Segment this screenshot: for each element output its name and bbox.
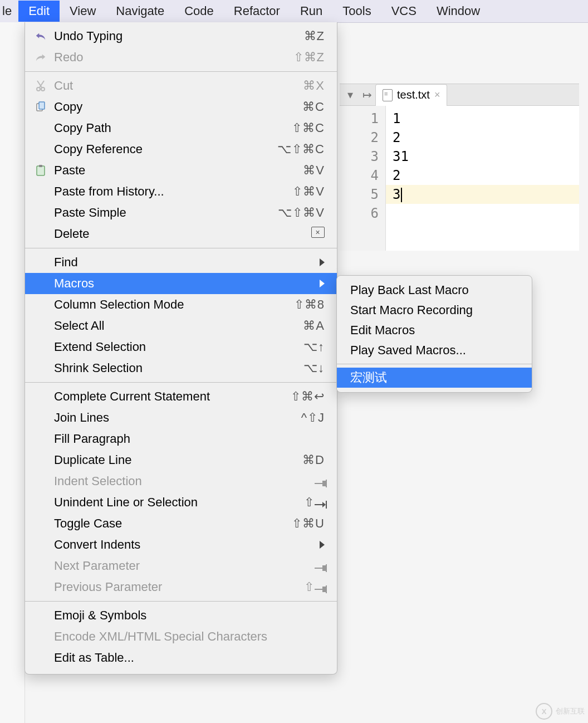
code-line[interactable]: 2 (393, 128, 579, 147)
submenu-item-1[interactable]: Start Macro Recording (337, 300, 532, 320)
menu-item-emoji-symbols[interactable]: Emoji & Symbols (25, 605, 337, 626)
menubar-item-refactor[interactable]: Refactor (224, 1, 290, 22)
editor-body[interactable]: 123456 123123 (340, 106, 579, 251)
code-line[interactable]: 1 (393, 109, 579, 128)
menu-item-paste[interactable]: Paste⌘V (25, 160, 337, 181)
menu-item-label: Copy Path (54, 121, 269, 135)
menu-item-encode-xml-html-special-characters: Encode XML/HTML Special Characters (25, 626, 337, 647)
menu-item-unindent-line-or-selection[interactable]: Unindent Line or Selection⇧ (25, 492, 337, 513)
menu-item-paste-simple[interactable]: Paste Simple⌥⇧⌘V (25, 202, 337, 223)
submenu-item-label: 宏测试 (350, 369, 387, 386)
menu-item-shortcut: ⇧⌘Z (269, 50, 325, 65)
menu-item-complete-current-statement[interactable]: Complete Current Statement⇧⌘↩ (25, 386, 337, 407)
menu-item-label: Undo Typing (54, 29, 269, 43)
undo-icon (33, 31, 48, 41)
submenu-item-label: Start Macro Recording (350, 303, 473, 317)
menubar-item-tools[interactable]: Tools (332, 1, 381, 22)
submenu-item-3[interactable]: Play Saved Macros... (337, 340, 532, 360)
menu-item-fill-paragraph[interactable]: Fill Paragraph (25, 428, 337, 450)
file-icon (383, 89, 393, 101)
menu-item-shortcut: ⌘X (269, 79, 325, 93)
menu-item-find[interactable]: Find (25, 252, 337, 273)
menu-separator (25, 71, 337, 72)
code-line[interactable]: 3 (386, 185, 579, 204)
menu-item-select-all[interactable]: Select All⌘A (25, 315, 337, 336)
editor-code-column[interactable]: 123123 (386, 106, 579, 251)
code-line[interactable] (393, 204, 579, 223)
menu-item-label: Convert Indents (54, 538, 315, 552)
menu-item-shrink-selection[interactable]: Shrink Selection⌥↓ (25, 358, 337, 379)
gutter-line-number: 5 (340, 185, 379, 204)
code-line[interactable]: 31 (393, 147, 579, 166)
menu-item-delete[interactable]: Delete (25, 223, 337, 245)
menu-item-label: Paste from History... (54, 184, 269, 199)
menu-item-join-lines[interactable]: Join Lines^⇧J (25, 407, 337, 428)
dropdown-icon[interactable]: ▾ (342, 88, 359, 101)
menu-item-shortcut: ⌥⇧⌘V (269, 206, 325, 220)
menubar-item-view[interactable]: View (60, 1, 106, 22)
menu-item-label: Edit as Table... (54, 651, 269, 665)
menu-item-label: Shrink Selection (54, 361, 269, 375)
menubar-item-code[interactable]: Code (174, 1, 224, 22)
watermark-text: 创新互联 (556, 706, 585, 716)
menu-item-paste-from-history[interactable]: Paste from History...⇧⌘V (25, 181, 337, 202)
menu-item-copy-path[interactable]: Copy Path⇧⌘C (25, 118, 337, 139)
macros-submenu: Play Back Last MacroStart Macro Recordin… (336, 275, 532, 393)
menu-item-shortcut: ⌥↑ (269, 340, 325, 354)
svg-rect-5 (39, 165, 42, 167)
menu-item-label: Next Parameter (54, 559, 269, 573)
menu-item-extend-selection[interactable]: Extend Selection⌥↑ (25, 336, 337, 358)
redo-icon (33, 52, 48, 62)
menu-separator (25, 601, 337, 602)
menu-item-label: Copy Reference (54, 142, 269, 157)
menu-separator (25, 248, 337, 248)
menu-item-label: Join Lines (54, 411, 269, 425)
menu-item-shortcut: ⌘D (269, 453, 325, 467)
menu-item-toggle-case[interactable]: Toggle Case⇧⌘U (25, 513, 337, 534)
menu-item-shortcut: ⌘V (269, 163, 325, 178)
menu-item-copy-reference[interactable]: Copy Reference⌥⇧⌘C (25, 139, 337, 160)
menu-item-macros[interactable]: Macros (25, 273, 337, 294)
menu-item-label: Redo (54, 50, 269, 65)
submenu-item-label: Play Back Last Macro (350, 283, 469, 297)
menu-item-duplicate-line[interactable]: Duplicate Line⌘D (25, 450, 337, 471)
menubar-item-vcs[interactable]: VCS (381, 1, 427, 22)
chevron-right-icon (320, 280, 325, 287)
menubar-item-run[interactable]: Run (290, 1, 332, 22)
menubar-item-window[interactable]: Window (427, 1, 490, 22)
menu-bar: le Edit View Navigate Code Refactor Run … (0, 0, 588, 23)
gutter-line-number: 4 (340, 166, 379, 185)
menu-item-label: Column Selection Mode (54, 297, 269, 312)
svg-rect-3 (39, 102, 45, 109)
menubar-item-edit[interactable]: Edit (18, 1, 60, 22)
tab-nav-icon[interactable]: ↦ (359, 88, 375, 101)
menu-item-shortcut: ⌘C (269, 100, 325, 114)
code-line[interactable]: 2 (393, 166, 579, 185)
menu-item-shortcut: ⇧⌘8 (269, 297, 325, 312)
menu-separator (337, 364, 532, 364)
menu-item-shortcut: ⇧⌘C (269, 121, 325, 135)
menubar-item-navigate[interactable]: Navigate (106, 1, 174, 22)
menu-item-convert-indents[interactable]: Convert Indents (25, 534, 337, 555)
menu-item-next-parameter: Next Parameter (25, 555, 337, 577)
chevron-right-icon (320, 541, 325, 549)
submenu-item-2[interactable]: Edit Macros (337, 320, 532, 340)
editor-tab-test[interactable]: test.txt × (375, 84, 447, 106)
menu-item-label: Macros (54, 276, 315, 291)
menu-item-shortcut (269, 227, 325, 241)
menu-item-cut: Cut⌘X (25, 75, 337, 96)
menu-item-copy[interactable]: Copy⌘C (25, 96, 337, 118)
menu-separator (25, 382, 337, 383)
menu-item-redo: Redo⇧⌘Z (25, 47, 337, 68)
close-icon[interactable]: × (434, 89, 440, 101)
text-caret (401, 188, 402, 202)
gutter-line-number: 3 (340, 147, 379, 166)
menubar-item-partial[interactable]: le (0, 1, 18, 22)
menu-item-label: Unindent Line or Selection (54, 495, 269, 510)
menu-item-undo-typing[interactable]: Undo Typing⌘Z (25, 26, 337, 47)
submenu-item-0[interactable]: Play Back Last Macro (337, 280, 532, 300)
watermark: X 创新互联 (536, 703, 585, 720)
menu-item-column-selection-mode[interactable]: Column Selection Mode⇧⌘8 (25, 294, 337, 315)
menu-item-edit-as-table[interactable]: Edit as Table... (25, 647, 337, 668)
submenu-item-5[interactable]: 宏测试 (337, 368, 532, 388)
